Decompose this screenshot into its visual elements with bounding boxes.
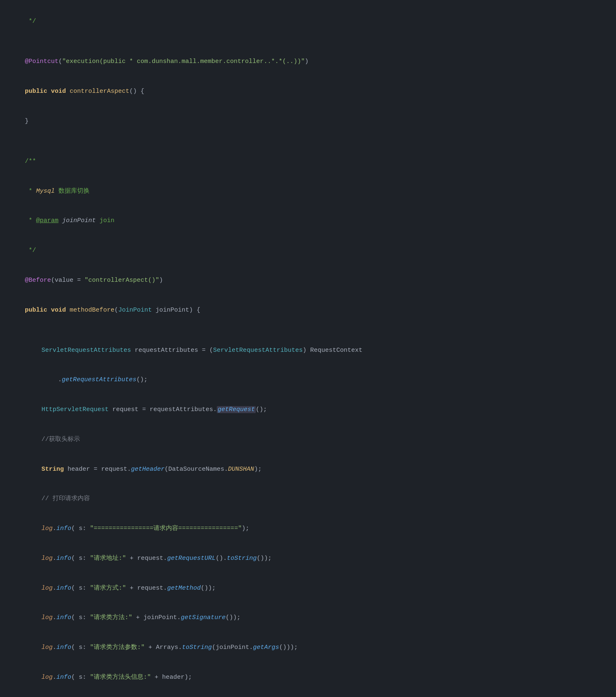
code-line-log1: log.info( s: "================请求内容======… bbox=[0, 514, 616, 544]
code-line-string-header: String header = request.getHeader(DataSo… bbox=[0, 454, 616, 484]
code-line-jsdoc-param: * @param joinPoint join bbox=[0, 206, 616, 236]
code-line-blank-2 bbox=[0, 136, 616, 146]
code-line-1: */ bbox=[0, 7, 616, 36]
code-line-jsdoc-mysql: * Mysql 数据库切换 bbox=[0, 176, 616, 206]
code-line-blank-1 bbox=[0, 36, 616, 47]
code-editor: */ @Pointcut("execution(public * com.dun… bbox=[0, 0, 616, 697]
code-line-comment-header: //获取头标示 bbox=[0, 425, 616, 455]
code-line-blank-3 bbox=[0, 325, 616, 335]
code-line-before: @Before(value = "controllerAspect()") bbox=[0, 266, 616, 295]
code-line-close-1: } bbox=[0, 106, 616, 136]
code-line-httpservlet: HttpServletRequest request = requestAttr… bbox=[0, 395, 616, 425]
code-line-controlleraspect: public void controllerAspect() { bbox=[0, 77, 616, 106]
code-line-log3: log.info( s: "请求方式:" + request.getMethod… bbox=[0, 573, 616, 603]
code-line-log5: log.info( s: "请求类方法参数:" + Arrays.toStrin… bbox=[0, 633, 616, 663]
code-line-log4: log.info( s: "请求类方法:" + joinPoint.getSig… bbox=[0, 603, 616, 633]
code-line-log6: log.info( s: "请求类方法头信息:" + header); bbox=[0, 663, 616, 692]
code-line-servlet: ServletRequestAttributes requestAttribut… bbox=[0, 335, 616, 365]
code-line-getrequestattributes: .getRequestAttributes(); bbox=[0, 365, 616, 395]
code-line-log2: log.info( s: "请求地址:" + request.getReques… bbox=[0, 544, 616, 574]
code-line-methodbefore: public void methodBefore(JoinPoint joinP… bbox=[0, 295, 616, 325]
code-line-pointcut: @Pointcut("execution(public * com.dunsha… bbox=[0, 47, 616, 77]
code-line-jsdoc-close: */ bbox=[0, 236, 616, 266]
code-line-blank-4 bbox=[0, 692, 616, 697]
code-line-comment-print: // 打印请求内容 bbox=[0, 484, 616, 514]
code-line-jsdoc-open: /** bbox=[0, 147, 616, 177]
